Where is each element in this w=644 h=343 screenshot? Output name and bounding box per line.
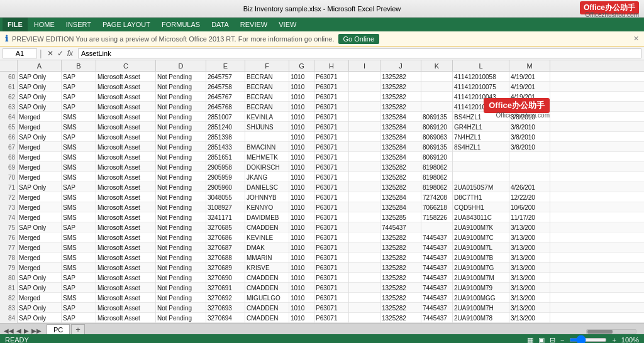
cell-l[interactable]: 7N4HZL1 (453, 132, 509, 142)
cell-b[interactable]: SAP (62, 92, 96, 102)
sheet-scroll-prev[interactable]: ◀ (15, 327, 23, 334)
cell-i[interactable] (349, 283, 380, 293)
cell-m[interactable]: 3/8/2010 (509, 122, 550, 132)
table-row[interactable]: 66 SAP Only SAP Microsoft Asset Not Pend… (0, 132, 644, 142)
cell-e[interactable]: 2645757 (206, 72, 245, 82)
cell-d[interactable]: Not Pending (156, 283, 206, 293)
cell-g[interactable]: 1010 (289, 142, 314, 152)
cell-g[interactable]: 1010 (289, 313, 314, 323)
cell-i[interactable] (349, 303, 380, 313)
cell-d[interactable]: Not Pending (156, 263, 206, 273)
cell-d[interactable]: Not Pending (156, 242, 206, 253)
cell-d[interactable]: Not Pending (156, 142, 206, 152)
table-row[interactable]: 76 Merged SMS Microsoft Asset Not Pendin… (0, 232, 644, 242)
cell-b[interactable]: SAP (62, 303, 96, 313)
cell-l[interactable]: 2UA9100M7G (453, 263, 509, 273)
cell-c[interactable]: Microsoft Asset (96, 172, 156, 182)
cell-c[interactable]: Microsoft Asset (96, 313, 156, 323)
cell-f[interactable]: CMADDEN (245, 273, 289, 283)
cell-g[interactable]: 1010 (289, 232, 314, 242)
cell-j[interactable]: 1325282 (380, 92, 421, 102)
cell-d[interactable]: Not Pending (156, 212, 206, 222)
cell-m[interactable]: 3/13/200 (509, 283, 550, 293)
sheet-scroll-next[interactable]: ▶ (23, 327, 30, 334)
cell-h[interactable]: P63071 (314, 72, 349, 82)
cell-f[interactable] (245, 132, 289, 142)
cell-a[interactable]: Merged (18, 232, 62, 242)
cell-a[interactable]: SAP Only (18, 102, 62, 112)
cell-g[interactable]: 1010 (289, 102, 314, 112)
cell-c[interactable]: Microsoft Asset (96, 273, 156, 283)
cell-reference-input[interactable] (3, 48, 37, 58)
cell-h[interactable]: P63071 (314, 182, 349, 192)
cell-b[interactable]: SMS (62, 242, 96, 253)
cell-i[interactable] (349, 172, 380, 182)
cell-f[interactable]: DAVIDMEB (245, 212, 289, 222)
cell-h[interactable]: P63071 (314, 242, 349, 253)
tab-review[interactable]: REVIEW (235, 18, 272, 31)
cell-g[interactable]: 1010 (289, 293, 314, 303)
cell-b[interactable]: SAP (62, 222, 96, 232)
cell-a[interactable]: SAP Only (18, 222, 62, 232)
fx-icon[interactable]: fx (67, 49, 73, 58)
cell-i[interactable] (349, 212, 380, 222)
cell-a[interactable]: SAP Only (18, 283, 62, 293)
cell-m[interactable]: 3/13/200 (509, 303, 550, 313)
cell-b[interactable]: SMS (62, 212, 96, 222)
cell-c[interactable]: Microsoft Asset (96, 142, 156, 152)
cell-e[interactable]: 2851651 (206, 152, 245, 162)
cell-j[interactable]: 1325284 (380, 152, 421, 162)
sheet-scroll-right[interactable]: ▶▶ (30, 327, 43, 334)
table-row[interactable]: 75 SAP Only SAP Microsoft Asset Not Pend… (0, 222, 644, 232)
cell-g[interactable]: 1010 (289, 162, 314, 172)
cell-j[interactable]: 1325284 (380, 122, 421, 132)
cell-b[interactable]: SMS (62, 192, 96, 202)
cell-k[interactable]: 7445437 (421, 253, 453, 263)
cell-l[interactable]: CQD5HH1 (453, 202, 509, 212)
table-row[interactable]: 72 Merged SMS Microsoft Asset Not Pendin… (0, 192, 644, 202)
cell-c[interactable]: Microsoft Asset (96, 182, 156, 192)
cell-a[interactable]: Merged (18, 122, 62, 132)
tab-home[interactable]: HOME (29, 18, 60, 31)
cell-h[interactable]: P63071 (314, 112, 349, 122)
col-header-b[interactable]: B (62, 60, 96, 72)
cell-e[interactable]: 3241171 (206, 212, 245, 222)
go-online-button[interactable]: Go Online (338, 34, 380, 44)
table-row[interactable]: 84 SAP Only SAP Microsoft Asset Not Pend… (0, 313, 644, 323)
cell-a[interactable]: SAP Only (18, 132, 62, 142)
cell-c[interactable]: Microsoft Asset (96, 202, 156, 212)
cell-j[interactable]: 1325282 (380, 162, 421, 172)
cell-b[interactable]: SAP (62, 283, 96, 293)
cell-e[interactable]: 3270686 (206, 232, 245, 242)
cell-e[interactable]: 3270692 (206, 293, 245, 303)
cell-b[interactable]: SMS (62, 253, 96, 263)
table-row[interactable]: 74 Merged SMS Microsoft Asset Not Pendin… (0, 212, 644, 222)
table-row[interactable]: 68 Merged SMS Microsoft Asset Not Pendin… (0, 152, 644, 162)
cell-j[interactable]: 1325282 (380, 182, 421, 192)
cell-e[interactable]: 3270685 (206, 222, 245, 232)
cell-e[interactable]: 2851240 (206, 122, 245, 132)
cell-d[interactable]: Not Pending (156, 313, 206, 323)
cell-g[interactable]: 1010 (289, 122, 314, 132)
cell-h[interactable]: P63071 (314, 132, 349, 142)
cell-f[interactable]: JOHNNYB (245, 192, 289, 202)
cell-a[interactable]: Merged (18, 172, 62, 182)
cell-a[interactable]: SAP Only (18, 182, 62, 192)
cell-g[interactable]: 1010 (289, 212, 314, 222)
cell-j[interactable]: 1325284 (380, 132, 421, 142)
cell-d[interactable]: Not Pending (156, 293, 206, 303)
cell-a[interactable]: Merged (18, 293, 62, 303)
cell-l[interactable]: 2UA843011C (453, 212, 509, 222)
cell-b[interactable]: SAP (62, 273, 96, 283)
cell-a[interactable]: SAP Only (18, 303, 62, 313)
cell-j[interactable]: 1325284 (380, 142, 421, 152)
cancel-icon[interactable]: ✕ (47, 49, 53, 58)
cell-h[interactable]: P63071 (314, 293, 349, 303)
cell-e[interactable]: 3108927 (206, 202, 245, 212)
cell-b[interactable]: SMS (62, 202, 96, 212)
cell-d[interactable]: Not Pending (156, 253, 206, 263)
col-header-i[interactable]: I (349, 60, 380, 72)
cell-h[interactable]: P63071 (314, 283, 349, 293)
cell-b[interactable]: SMS (62, 162, 96, 172)
cell-c[interactable]: Microsoft Asset (96, 293, 156, 303)
